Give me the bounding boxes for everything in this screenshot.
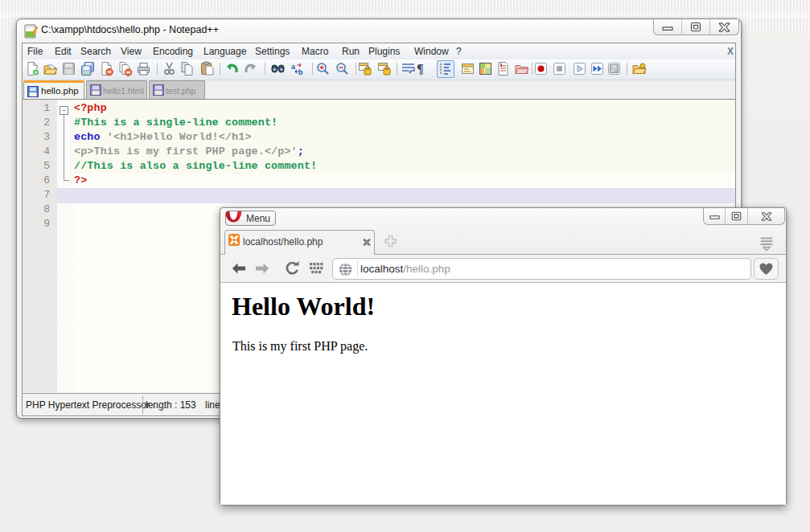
svg-text:uc: uc <box>614 69 619 73</box>
svg-text:b: b <box>298 68 303 76</box>
svg-text:¶: ¶ <box>417 62 424 76</box>
svg-text:a: a <box>291 63 296 71</box>
